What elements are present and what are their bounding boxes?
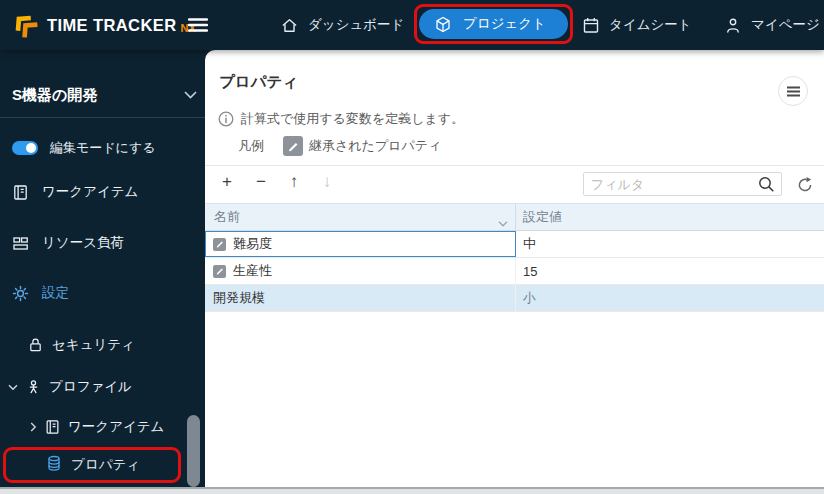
logo-mark-icon	[12, 12, 39, 39]
legend-label: 凡例	[238, 137, 264, 155]
inherited-pencil-icon	[213, 265, 226, 278]
cell-name-label: 難易度	[233, 235, 272, 253]
cell-name-label: 開発規模	[213, 289, 265, 307]
project-name: S機器の開発	[12, 86, 97, 105]
cell-name-devscale[interactable]: 開発規模	[205, 285, 516, 311]
inherited-pencil-icon	[283, 136, 303, 156]
toggle-knob	[26, 143, 36, 153]
legend-item-label: 継承されたプロパティ	[309, 137, 441, 155]
filter-field	[583, 172, 782, 196]
sidebar-item-properties[interactable]: プロパティ	[6, 455, 178, 475]
table-row: 生産性 15	[205, 258, 824, 285]
workitem-icon	[12, 184, 29, 201]
refresh-button[interactable]	[795, 175, 815, 195]
sidebar-item-workitems[interactable]: ワークアイテム	[0, 180, 205, 204]
sidebar-scrollbar-thumb[interactable]	[187, 415, 200, 487]
column-header-name-label: 名前	[214, 208, 240, 226]
panel-menu-button[interactable]	[778, 76, 808, 106]
legend-row: 凡例 継承されたプロパティ	[238, 136, 441, 156]
menu-icon	[787, 86, 800, 97]
main-panel: プロパティ 計算式で使用する変数を定義します。 凡例 継承されたプロパティ	[205, 50, 824, 494]
sidebar-item-label: ワークアイテム	[68, 418, 164, 436]
table-row: 開発規模 小	[205, 285, 824, 312]
hamburger-icon	[188, 17, 208, 33]
page-title: プロパティ	[219, 72, 298, 93]
cell-name-difficulty[interactable]: 難易度	[205, 231, 516, 257]
sidebar-item-label: ワークアイテム	[42, 183, 138, 201]
annotation-project-highlight: プロジェクト	[414, 4, 573, 44]
remove-row-button[interactable]: −	[251, 169, 271, 195]
nav-mypage[interactable]: マイページ	[725, 0, 820, 50]
nav-mypage-label: マイページ	[751, 16, 820, 34]
info-icon	[218, 111, 234, 127]
table-header-row: 名前 設定値	[205, 203, 824, 231]
cell-value-devscale[interactable]: 小	[516, 285, 824, 311]
page-description-row: 計算式で使用する変数を定義します。	[218, 110, 464, 128]
sidebar-item-profile[interactable]: プロファイル	[0, 375, 205, 399]
search-icon	[758, 176, 775, 193]
cell-name-productivity[interactable]: 生産性	[205, 258, 516, 284]
properties-table: 名前 設定値 難易度	[205, 203, 824, 312]
chevron-down-icon	[184, 91, 197, 99]
sidebar: S機器の開発 編集モードにする	[0, 50, 205, 494]
refresh-icon	[796, 176, 814, 194]
edit-mode-label: 編集モードにする	[50, 139, 156, 157]
chevron-down-icon[interactable]	[498, 215, 508, 230]
edit-mode-row: 編集モードにする	[12, 138, 156, 158]
sidebar-divider	[0, 117, 205, 118]
page-description: 計算式で使用する変数を定義します。	[241, 110, 464, 128]
nav-timesheet[interactable]: タイムシート	[583, 0, 692, 50]
cell-value-label: 15	[523, 264, 537, 279]
table-row: 難易度 中	[205, 231, 824, 258]
sidebar-collapse-icon[interactable]	[186, 14, 210, 36]
app-window: TIME TRACKER NX ダッシュボード	[0, 0, 824, 494]
cell-value-productivity[interactable]: 15	[516, 258, 824, 284]
column-header-value-label: 設定値	[523, 208, 562, 226]
sidebar-item-label: プロファイル	[49, 378, 132, 396]
content-shell: S機器の開発 編集モードにする	[0, 50, 824, 494]
book-icon	[45, 419, 60, 435]
cell-value-label: 中	[523, 235, 536, 253]
app-logo: TIME TRACKER NX	[12, 0, 196, 50]
chevron-down-icon	[8, 384, 18, 391]
logo-title: TIME TRACKER	[47, 16, 176, 35]
annotation-property-highlight: プロパティ	[3, 447, 181, 483]
calendar-icon	[583, 17, 599, 34]
cell-value-label: 小	[523, 289, 536, 307]
top-navbar: TIME TRACKER NX ダッシュボード	[0, 0, 824, 50]
filter-input[interactable]	[584, 177, 758, 192]
resource-icon	[12, 235, 29, 252]
column-header-value[interactable]: 設定値	[516, 204, 824, 230]
sidebar-item-label: リソース負荷	[42, 234, 124, 252]
sidebar-item-label: プロパティ	[71, 456, 140, 474]
lock-icon	[28, 337, 43, 353]
sidebar-item-workitems-profile[interactable]: ワークアイテム	[0, 415, 205, 439]
home-icon	[281, 17, 298, 34]
gear-icon	[12, 285, 29, 302]
inherited-pencil-icon	[213, 238, 226, 251]
cell-value-difficulty[interactable]: 中	[516, 231, 824, 257]
sidebar-item-resource-load[interactable]: リソース負荷	[0, 231, 205, 255]
toolbar-divider	[205, 165, 824, 166]
edit-mode-toggle[interactable]	[12, 141, 38, 155]
database-icon	[46, 455, 62, 475]
person-icon	[725, 17, 741, 34]
cell-name-label: 生産性	[233, 262, 272, 280]
move-up-button[interactable]: ↑	[284, 169, 304, 195]
add-row-button[interactable]: +	[217, 169, 237, 195]
sidebar-item-label: セキュリティ	[52, 336, 135, 354]
column-header-name[interactable]: 名前	[205, 204, 516, 230]
nav-project-label: プロジェクト	[463, 15, 546, 33]
profile-icon	[26, 379, 41, 395]
project-selector[interactable]: S機器の開発	[12, 82, 197, 108]
nav-timesheet-label: タイムシート	[609, 16, 692, 34]
chevron-right-icon	[30, 422, 37, 432]
sidebar-item-settings[interactable]: 設定	[0, 281, 205, 305]
nav-project[interactable]: プロジェクト	[419, 9, 568, 39]
cube-icon	[435, 16, 451, 33]
sidebar-item-security[interactable]: セキュリティ	[0, 333, 205, 357]
window-bottom-edge	[0, 487, 824, 494]
nav-dashboard[interactable]: ダッシュボード	[281, 0, 404, 50]
move-down-button[interactable]: ↓	[317, 169, 337, 195]
nav-dashboard-label: ダッシュボード	[308, 16, 404, 34]
